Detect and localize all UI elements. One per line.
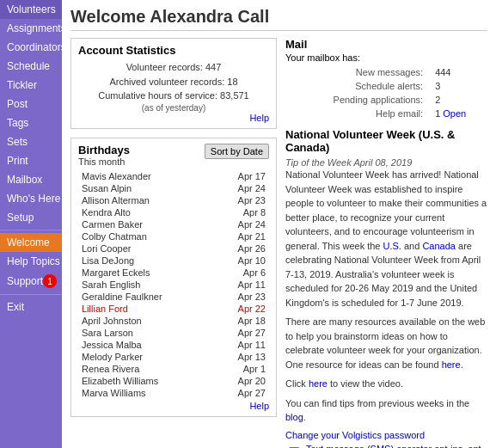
birthday-row: Sara LarsonApr 27	[78, 327, 269, 339]
tip-link-blog[interactable]: blog	[285, 412, 303, 422]
tip-link-resource[interactable]: here	[442, 359, 461, 370]
mail-section: Mail Your mailbox has: New messages: 444…	[285, 38, 487, 121]
mail-row-new: New messages: 444	[287, 66, 486, 78]
birthday-row: Colby ChatmanApr 21	[78, 230, 269, 242]
birthday-row: April JohnstonApr 18	[78, 315, 269, 327]
sidebar-item-tickler[interactable]: Tickler	[0, 76, 62, 95]
birthday-row: Elizabeth WilliamsApr 20	[78, 375, 269, 387]
sidebar-item-volunteers[interactable]: Volunteers	[0, 0, 62, 19]
mail-intro: Your mailbox has:	[285, 52, 487, 63]
bottom-link-0[interactable]: Change your Volgistics password	[285, 430, 487, 440]
sidebar-item-support[interactable]: Support 1	[0, 271, 62, 292]
tip-body: National Volunteer Week has arrived! Nat…	[285, 168, 487, 425]
tip-section: National Volunteer Week (U.S. & Canada) …	[285, 128, 487, 425]
tip-link-canada[interactable]: Canada	[422, 241, 456, 251]
page-title: Welcome Alexandra Call	[70, 7, 487, 31]
birthday-row: Renea RiveraApr 1	[78, 363, 269, 375]
sidebar-item-assignments[interactable]: Assignments	[0, 19, 62, 38]
stats-row-archived: Archived volunteer records: 18	[78, 75, 269, 89]
sidebar-item-sets[interactable]: Sets	[0, 132, 62, 151]
birthday-row: Marva WilliamsApr 27	[78, 387, 269, 399]
tip-date: Tip of the Week April 08, 2019	[285, 157, 487, 168]
birthday-row: Carmen BakerApr 24	[78, 218, 269, 230]
stats-row-cumulative: Cumulative hours of service: 83,571	[78, 89, 269, 103]
sidebar-item-help-topics[interactable]: Help Topics	[0, 252, 62, 271]
tip-link-us[interactable]: U.S.	[383, 241, 401, 251]
birthday-row: Melody ParkerApr 13	[78, 351, 269, 363]
support-badge: 1	[43, 274, 57, 288]
mail-row-pending: Pending applications: 2	[287, 94, 486, 106]
birthday-row: Mavis AlexanderApr 17	[78, 170, 269, 182]
birthday-row: Lori CooperApr 26	[78, 242, 269, 255]
stats-note: (as of yesterday)	[78, 103, 269, 113]
birthday-row: Lisa DeJongApr 10	[78, 255, 269, 267]
stats-row-volunteers: Volunteer records: 447	[78, 60, 269, 75]
sidebar-item-welcome[interactable]: Welcome	[0, 233, 62, 252]
birthday-row: Allison AltermanApr 23	[78, 194, 269, 206]
account-statistics-box: Account Statistics Volunteer records: 44…	[70, 38, 277, 129]
mail-row-schedule: Schedule alerts: 3	[287, 80, 486, 92]
mail-row-help: Help email: 1 Open	[287, 107, 486, 120]
birthdays-box: Birthdays This month Sort by Date Mavis …	[70, 138, 277, 417]
birthdays-title: Birthdays This month	[78, 144, 130, 167]
birthday-row: Margaret EckelsApr 6	[78, 267, 269, 279]
tip-link-video[interactable]: here	[309, 378, 328, 389]
mail-heading: Mail	[285, 38, 487, 51]
mail-open-link[interactable]: Open	[443, 108, 466, 119]
stats-help-link[interactable]: Help	[78, 113, 269, 123]
birthday-row: Kendra AltoApr 8	[78, 206, 269, 218]
birthday-row: Susan AlpinApr 24	[78, 182, 269, 194]
links-section: Change your Volgistics passwordText mess…	[285, 430, 487, 449]
svg-marker-0	[285, 442, 304, 448]
sidebar-item-coordinators[interactable]: Coordinators	[0, 38, 62, 57]
red-arrow-icon	[282, 439, 306, 448]
birthday-row: Sarah EnglishApr 11	[78, 279, 269, 291]
birthday-row: Geraldine FaulknerApr 23	[78, 291, 269, 303]
birthday-table: Mavis AlexanderApr 17Susan AlpinApr 24Al…	[78, 170, 269, 399]
birthdays-help-link[interactable]: Help	[78, 401, 269, 411]
sidebar-item-setup[interactable]: Setup	[0, 208, 62, 227]
sidebar-item-tags[interactable]: Tags	[0, 114, 62, 132]
left-column: Account Statistics Volunteer records: 44…	[70, 38, 277, 448]
tip-heading: National Volunteer Week (U.S. & Canada)	[285, 128, 487, 154]
birthday-row: Lillian FordApr 22	[78, 303, 269, 315]
sidebar-item-post[interactable]: Post	[0, 95, 62, 114]
birthday-row: Jessica MalbaApr 11	[78, 339, 269, 351]
sidebar-item-schedule[interactable]: Schedule	[0, 57, 62, 76]
sidebar: Volunteers Assignments Coordinators Sche…	[0, 0, 62, 448]
stats-heading: Account Statistics	[78, 44, 269, 57]
sort-by-date-button[interactable]: Sort by Date	[205, 144, 269, 159]
sidebar-item-exit[interactable]: Exit	[0, 298, 62, 316]
right-column: Mail Your mailbox has: New messages: 444…	[285, 38, 487, 448]
sidebar-item-mailbox[interactable]: Mailbox	[0, 170, 62, 189]
main-content: Welcome Alexandra Call Account Statistic…	[62, 0, 496, 448]
bottom-link-1[interactable]: Text message (SMS) operator opt-ins, opt…	[306, 444, 487, 449]
mail-table: New messages: 444 Schedule alerts: 3 Pen…	[285, 64, 487, 121]
sidebar-item-whos-here[interactable]: Who's Here	[0, 189, 62, 208]
sidebar-item-print[interactable]: Print	[0, 151, 62, 170]
